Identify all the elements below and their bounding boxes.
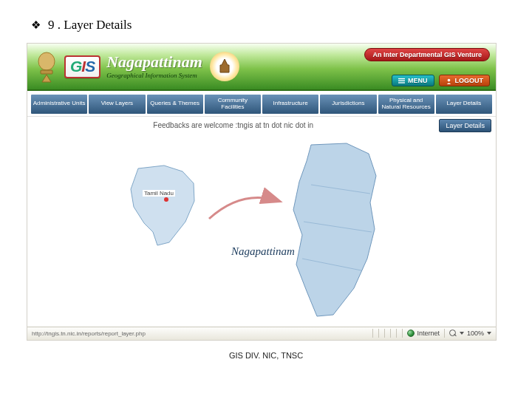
svg-point-5	[447, 78, 450, 81]
main-nav: Administrative Units View Layers Queries…	[27, 91, 496, 117]
nav-view-layers[interactable]: View Layers	[88, 94, 146, 115]
arrow-icon	[205, 186, 286, 231]
state-emblem-icon	[33, 50, 60, 83]
temple-emblem-icon	[210, 52, 239, 81]
zoom-icon	[449, 330, 457, 337]
bullet-icon: ❖	[31, 18, 41, 32]
zoom-value: 100%	[467, 330, 484, 337]
brand-letter-s: S	[85, 58, 95, 75]
tamilnadu-label: Tamil Nadu	[143, 190, 175, 197]
heading-text: 9 . Layer Details	[48, 18, 132, 33]
menu-label: MENU	[408, 77, 428, 84]
svg-point-6	[164, 197, 168, 202]
banner-title: Nagapattinam	[106, 54, 202, 70]
section-heading: ❖ 9 . Layer Details	[31, 18, 501, 33]
site-banner: GIS Nagapattinam Geographical Informatio…	[27, 44, 496, 91]
zoom-control[interactable]: 100%	[445, 330, 496, 337]
browser-statusbar: http://tngis.tn.nic.in/reports/report_la…	[27, 327, 496, 340]
nav-admin-units[interactable]: Administrative Units	[30, 94, 88, 115]
svg-rect-1	[41, 70, 52, 74]
brand-logo: GIS	[64, 55, 100, 78]
tamilnadu-map-icon	[123, 161, 205, 250]
nagapattinam-map-icon	[282, 140, 383, 321]
nav-infrastructure[interactable]: Infrastructure	[262, 94, 319, 115]
feedback-text: Feedbacks are welcome :tngis at tn dot n…	[27, 121, 439, 129]
svg-rect-2	[398, 78, 405, 78]
banner-subtitle: Geographical Information System	[106, 72, 202, 79]
venture-badge: An Inter Departmental GIS Venture	[364, 48, 490, 61]
svg-rect-4	[398, 82, 405, 83]
chevron-down-icon	[487, 332, 491, 335]
menu-icon	[398, 78, 405, 84]
menu-button[interactable]: MENU	[392, 75, 434, 86]
logout-icon	[446, 78, 452, 84]
page-footer: GIS DIV. NIC, TNSC	[31, 351, 501, 360]
brand-letter-g: G	[70, 58, 81, 75]
map-area: Tamil Nadu Nagapattinam	[27, 134, 496, 327]
nav-physical-natural[interactable]: Physical and Natural Resources	[378, 94, 435, 115]
layer-details-button[interactable]: Layer Details	[439, 119, 491, 132]
security-zone: Internet	[403, 330, 444, 337]
nav-queries-themes[interactable]: Queries & Themes	[146, 94, 204, 115]
zone-label: Internet	[417, 330, 440, 337]
nagapattinam-label: Nagapattinam	[231, 245, 295, 258]
logout-label: LOGOUT	[455, 77, 484, 84]
chevron-down-icon	[460, 332, 464, 335]
nav-layer-details[interactable]: Layer Details	[435, 94, 493, 115]
screenshot-container: GIS Nagapattinam Geographical Informatio…	[27, 43, 497, 341]
svg-rect-3	[398, 80, 405, 81]
feedback-bar: Feedbacks are welcome :tngis at tn dot n…	[27, 117, 496, 134]
logout-button[interactable]: LOGOUT	[439, 75, 491, 86]
globe-icon	[407, 330, 415, 337]
svg-point-0	[38, 52, 55, 70]
status-url: http://tngis.tn.nic.in/reports/report_la…	[27, 330, 372, 337]
nav-jurisdictions[interactable]: Jurisdictions	[319, 94, 377, 115]
nav-community-facilities[interactable]: Community Facilities	[204, 94, 262, 115]
